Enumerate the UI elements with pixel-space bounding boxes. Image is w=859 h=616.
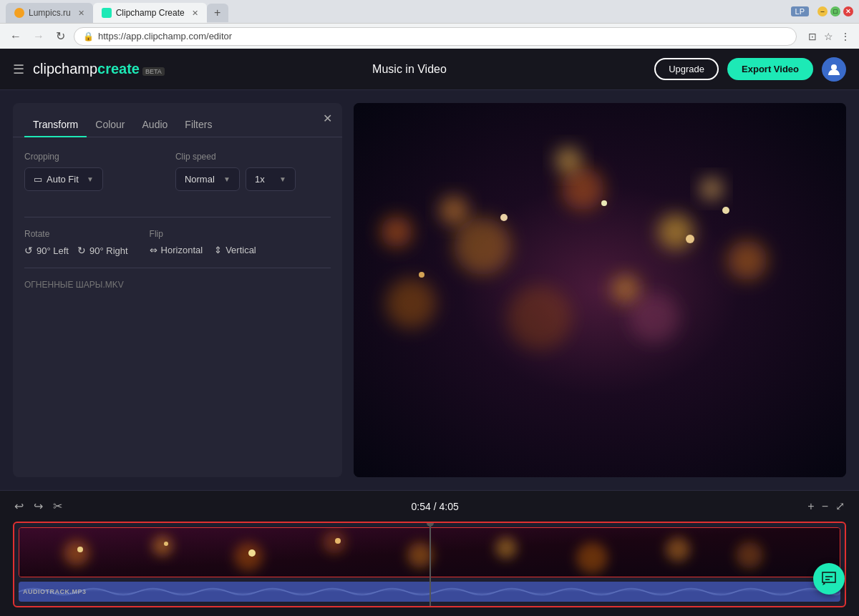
- rotate-left-btn[interactable]: ↺ 90° Left: [24, 245, 69, 256]
- svg-point-12: [555, 147, 581, 173]
- lock-icon: 🔒: [83, 31, 94, 41]
- rotate-right-icon: ↻: [77, 245, 86, 256]
- cast-btn[interactable]: ⊡: [807, 29, 818, 44]
- svg-point-1: [454, 217, 511, 275]
- svg-point-14: [601, 200, 607, 206]
- menu-btn[interactable]: ⋮: [839, 29, 852, 44]
- export-button[interactable]: Export Video: [727, 58, 813, 80]
- svg-point-17: [722, 207, 729, 214]
- svg-point-9: [629, 293, 679, 343]
- auto-fit-label: Auto Fit: [47, 174, 79, 185]
- svg-point-20: [152, 536, 173, 556]
- zoom-in-btn[interactable]: +: [806, 499, 815, 514]
- svg-point-28: [77, 547, 83, 552]
- panel-close-btn[interactable]: ✕: [323, 112, 332, 125]
- brand: clipchamp create BETA: [33, 61, 165, 77]
- multiplier-dropdown[interactable]: 1x ▼: [246, 167, 296, 191]
- rotate-left-label: 90° Left: [37, 245, 69, 256]
- maximize-btn[interactable]: □: [830, 6, 840, 16]
- panel-body: Cropping ▭ Auto Fit ▼ Clip speed Normal: [13, 137, 342, 304]
- upgrade-button[interactable]: Upgrade: [654, 58, 719, 80]
- timeline-zoom: + − ⤢: [806, 498, 846, 514]
- timeline-time: 0:54 / 4:05: [71, 501, 799, 512]
- url-text: https://app.clipchamp.com/editor: [98, 31, 787, 41]
- tab-lumpics[interactable]: Lumpics.ru ✕: [6, 3, 93, 23]
- flip-horizontal-label: Horizontal: [161, 245, 203, 255]
- auto-fit-arrow: ▼: [87, 175, 94, 183]
- avatar[interactable]: [822, 57, 846, 82]
- rotate-left-icon: ↺: [24, 245, 33, 256]
- playhead-dot: [427, 522, 434, 527]
- brand-create-text: create: [97, 61, 140, 77]
- zoom-expand-btn[interactable]: ⤢: [834, 498, 846, 514]
- crop-icon: ▭: [34, 174, 42, 185]
- svg-point-4: [386, 278, 436, 328]
- rotate-label: Rotate: [24, 229, 128, 239]
- multiplier-arrow: ▼: [279, 175, 286, 183]
- flip-vertical-label: Vertical: [225, 245, 256, 255]
- tab-colour[interactable]: Colour: [87, 113, 133, 137]
- svg-point-19: [64, 540, 89, 566]
- rotate-right-btn[interactable]: ↻ 90° Right: [77, 245, 128, 256]
- url-bar[interactable]: 🔒 https://app.clipchamp.com/editor: [74, 27, 797, 46]
- svg-point-31: [335, 538, 341, 544]
- svg-point-3: [658, 214, 694, 250]
- forward-btn[interactable]: →: [30, 29, 47, 44]
- flip-horizontal-btn[interactable]: ⇔ Horizontal: [150, 245, 203, 255]
- tab-audio[interactable]: Audio: [134, 113, 177, 137]
- address-bar: ← → ↻ 🔒 https://app.clipchamp.com/editor…: [0, 23, 859, 49]
- svg-point-5: [611, 275, 640, 303]
- video-bg: [354, 103, 846, 477]
- redo-btn[interactable]: ↪: [32, 498, 44, 514]
- svg-point-25: [576, 542, 608, 574]
- minimize-btn[interactable]: –: [817, 6, 828, 16]
- lp-badge: LP: [791, 6, 809, 16]
- nav-right: Upgrade Export Video: [654, 57, 846, 82]
- scissors-btn[interactable]: ✂: [52, 498, 64, 514]
- svg-point-11: [381, 216, 412, 248]
- svg-point-26: [666, 537, 690, 562]
- tab1-close[interactable]: ✕: [78, 9, 84, 18]
- tab-clipchamp[interactable]: Clipchamp Create ✕: [93, 3, 207, 23]
- playhead: [430, 523, 431, 606]
- close-btn[interactable]: ✕: [843, 6, 853, 16]
- undo-btn[interactable]: ↩: [13, 498, 25, 514]
- video-preview: [354, 103, 846, 477]
- tab2-close[interactable]: ✕: [192, 9, 198, 18]
- new-tab-btn[interactable]: +: [207, 4, 228, 22]
- tab-transform[interactable]: Transform: [24, 113, 87, 137]
- back-btn[interactable]: ←: [7, 29, 24, 44]
- app-title: Music in Video: [372, 63, 447, 75]
- svg-point-6: [508, 285, 572, 350]
- cropping-section: Cropping ▭ Auto Fit ▼: [24, 152, 154, 191]
- svg-point-30: [248, 549, 256, 557]
- chat-button[interactable]: [813, 563, 845, 595]
- file-name: ОГНЕННЫЕ ШАРЫ.MKV: [24, 280, 331, 290]
- auto-fit-dropdown[interactable]: ▭ Auto Fit ▼: [24, 167, 103, 191]
- svg-point-8: [440, 196, 468, 225]
- cropping-label: Cropping: [24, 152, 154, 162]
- brand-beta: BETA: [142, 67, 165, 76]
- tab-filters[interactable]: Filters: [176, 113, 220, 137]
- zoom-out-btn[interactable]: −: [820, 499, 830, 514]
- divider1: [24, 217, 331, 217]
- panel-tabs: Transform Colour Audio Filters: [13, 103, 342, 137]
- flip-section: Flip ⇔ Horizontal ⇕ Vertical: [150, 229, 256, 255]
- refresh-btn[interactable]: ↻: [53, 28, 68, 44]
- lumpics-favicon: [14, 8, 24, 18]
- speed-label: Normal: [185, 174, 215, 185]
- speed-dropdown[interactable]: Normal ▼: [175, 167, 240, 191]
- flip-h-icon: ⇔: [150, 245, 157, 255]
- browser-icons: ⊡ ☆ ⋮: [807, 29, 852, 44]
- flip-vertical-btn[interactable]: ⇕ Vertical: [214, 245, 256, 255]
- bookmark-btn[interactable]: ☆: [822, 29, 835, 44]
- app-area: ☰ clipchamp create BETA Music in Video U…: [0, 49, 859, 616]
- timeline-tracks: AUDIOTRACK.MP3: [13, 522, 846, 607]
- new-tab-icon: +: [214, 6, 220, 19]
- svg-point-27: [736, 542, 763, 569]
- timeline-area: ↩ ↪ ✂ 0:54 / 4:05 + − ⤢: [0, 490, 859, 616]
- hamburger-icon[interactable]: ☰: [13, 62, 24, 77]
- svg-point-15: [686, 235, 694, 243]
- flip-label: Flip: [150, 229, 256, 239]
- svg-point-24: [495, 537, 517, 559]
